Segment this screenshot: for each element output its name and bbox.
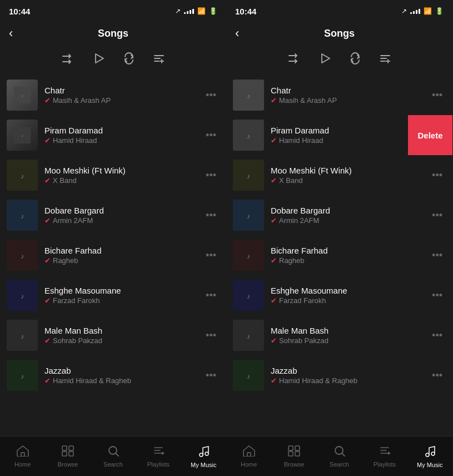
svg-rect-44 — [295, 446, 300, 450]
song-list-right: ♪ Chatr ✔ Masih & Arash AP ••• ♪ Piram D… — [226, 75, 452, 436]
song-item-eshghe-left[interactable]: ♪ Eshghe Masoumane ✔ Farzad Farokh ••• — [0, 275, 226, 315]
song-item-dobare-left[interactable]: ♪ Dobare Bargard ✔ Armin 2AFM ••• — [0, 195, 226, 235]
more-button-dobare-right[interactable]: ••• — [431, 207, 444, 224]
shuffle-button-left[interactable] — [62, 53, 75, 67]
song-info-jazzab-left: Jazzab ✔ Hamid Hiraad & Ragheb — [44, 366, 198, 385]
more-button-dobare-left[interactable]: ••• — [205, 207, 217, 224]
more-button-piram-left[interactable]: ••• — [205, 127, 217, 143]
home-icon-right — [243, 445, 255, 459]
svg-text:♪: ♪ — [247, 172, 250, 180]
add-queue-button-right[interactable] — [379, 52, 391, 67]
song-info-moo-right: Moo Meshki (Ft Wink) ✔ X Band — [271, 166, 424, 185]
nav-browse-label-right: Browse — [284, 461, 305, 468]
song-artist-bichare-right: ✔ Ragheb — [271, 256, 424, 265]
svg-text:♪: ♪ — [21, 93, 23, 98]
song-thumb-moo-left: ♪ — [7, 160, 38, 191]
check-icon: ✔ — [44, 336, 51, 345]
song-item-piram-left[interactable]: ♪ Piram Daramad ✔ Hamid Hiraad ••• — [0, 115, 226, 155]
more-button-jazzab-right[interactable]: ••• — [431, 368, 444, 384]
song-item-dobare-right[interactable]: ♪ Dobare Bargard ✔ Armin 2AFM ••• — [226, 195, 452, 235]
song-item-male-left[interactable]: ♪ Male Man Bash ✔ Sohrab Pakzad ••• — [0, 315, 226, 355]
song-thumb-eshghe-left: ♪ — [7, 280, 38, 311]
nav-browse-label-left: Browse — [58, 461, 78, 468]
nav-browse-left[interactable]: Browse — [45, 437, 90, 476]
song-info-bichare-right: Bichare Farhad ✔ Ragheb — [271, 246, 424, 265]
svg-rect-43 — [288, 446, 293, 450]
nav-mymusic-right[interactable]: My Music — [407, 437, 452, 476]
back-button-right[interactable]: ‹ — [235, 26, 239, 41]
nav-home-right[interactable]: Home — [226, 437, 271, 476]
nav-search-right[interactable]: Search — [317, 437, 362, 476]
browse-icon-right — [288, 445, 300, 459]
more-button-eshghe-right[interactable]: ••• — [431, 287, 444, 304]
more-button-moo-left[interactable]: ••• — [205, 167, 217, 184]
nav-search-left[interactable]: Search — [91, 437, 136, 476]
song-thumb-chatr-right: ♪ — [233, 80, 264, 111]
nav-playlists-right[interactable]: Playlists — [362, 437, 407, 476]
song-item-piram-right[interactable]: ♪ Piram Daramad ✔ Hamid Hiraad Delete — [226, 115, 452, 155]
more-button-chatr-left[interactable]: ••• — [205, 87, 217, 103]
nav-playlists-left[interactable]: Playlists — [136, 437, 181, 476]
nav-mymusic-left[interactable]: My Music — [181, 437, 226, 476]
more-button-bichare-left[interactable]: ••• — [205, 247, 217, 264]
song-info-chatr-left: Chatr ✔ Masih & Arash AP — [44, 86, 198, 105]
repeat-button-left[interactable] — [123, 52, 135, 67]
delete-button[interactable]: Delete — [408, 115, 452, 155]
song-title-male-left: Male Man Bash — [44, 326, 198, 335]
song-artist-chatr-right: ✔ Masih & Arash AP — [271, 96, 424, 105]
browse-icon-left — [62, 445, 74, 459]
song-artist-eshghe-right: ✔ Farzad Farokh — [271, 296, 424, 305]
song-item-bichare-left[interactable]: ♪ Bichare Farhad ✔ Ragheb ••• — [0, 235, 226, 275]
song-title-dobare-left: Dobare Bargard — [44, 206, 198, 215]
song-item-jazzab-right[interactable]: ♪ Jazzab ✔ Hamid Hiraad & Ragheb ••• — [226, 355, 452, 395]
dot4 — [192, 9, 194, 14]
song-item-chatr-right[interactable]: ♪ Chatr ✔ Masih & Arash AP ••• — [226, 75, 452, 115]
song-info-dobare-left: Dobare Bargard ✔ Armin 2AFM — [44, 206, 198, 225]
more-button-male-left[interactable]: ••• — [205, 328, 217, 344]
song-info-eshghe-right: Eshghe Masoumane ✔ Farzad Farokh — [271, 286, 424, 305]
more-button-eshghe-left[interactable]: ••• — [205, 287, 217, 304]
more-button-moo-right[interactable]: ••• — [431, 167, 444, 184]
more-button-chatr-right[interactable]: ••• — [431, 87, 444, 103]
check-icon: ✔ — [44, 216, 51, 225]
svg-rect-42 — [247, 453, 251, 457]
status-icons-left: ↗ 📶 🔋 — [175, 7, 217, 15]
svg-rect-19 — [62, 452, 67, 456]
repeat-button-right[interactable] — [349, 52, 361, 67]
search-icon-left — [108, 445, 119, 459]
play-button-left[interactable] — [93, 52, 105, 67]
song-item-eshghe-right[interactable]: ♪ Eshghe Masoumane ✔ Farzad Farokh ••• — [226, 275, 452, 315]
shuffle-button-right[interactable] — [288, 53, 301, 66]
signal-dots-right — [410, 9, 420, 14]
check-icon: ✔ — [44, 176, 51, 185]
playback-controls-left — [0, 47, 226, 75]
song-title-chatr-right: Chatr — [271, 86, 424, 95]
check-icon: ✔ — [271, 136, 277, 145]
song-item-moo-left[interactable]: ♪ Moo Meshki (Ft Wink) ✔ X Band ••• — [0, 155, 226, 195]
search-icon-right — [334, 445, 345, 459]
song-thumb-jazzab-left: ♪ — [7, 360, 38, 391]
signal-dots-left — [184, 9, 194, 14]
status-icons-right: ↗ 📶 🔋 — [401, 7, 444, 15]
song-item-male-right[interactable]: ♪ Male Man Bash ✔ Sohrab Pakzad ••• — [226, 315, 452, 355]
add-queue-button-left[interactable] — [153, 52, 165, 67]
svg-text:♪: ♪ — [21, 373, 24, 380]
more-button-male-right[interactable]: ••• — [431, 328, 444, 344]
song-item-bichare-right[interactable]: ♪ Bichare Farhad ✔ Ragheb ••• — [226, 235, 452, 275]
song-artist-bichare-left: ✔ Ragheb — [44, 256, 198, 265]
song-thumb-moo-right: ♪ — [233, 160, 264, 191]
song-item-chatr-left[interactable]: ♪ Chatr ✔ Masih & Arash AP ••• — [0, 75, 226, 115]
song-info-moo-left: Moo Meshki (Ft Wink) ✔ X Band — [44, 166, 198, 185]
nav-home-label-left: Home — [14, 461, 31, 468]
more-button-bichare-right[interactable]: ••• — [431, 247, 444, 264]
song-item-jazzab-left[interactable]: ♪ Jazzab ✔ Hamid Hiraad & Ragheb ••• — [0, 355, 226, 395]
song-artist-dobare-right: ✔ Armin 2AFM — [271, 216, 424, 225]
mymusic-icon-left — [197, 445, 210, 460]
nav-home-left[interactable]: Home — [0, 437, 45, 476]
dot3 — [190, 10, 191, 14]
more-button-jazzab-left[interactable]: ••• — [205, 368, 217, 384]
back-button-left[interactable]: ‹ — [9, 26, 13, 41]
nav-browse-right[interactable]: Browse — [271, 437, 316, 476]
song-item-moo-right[interactable]: ♪ Moo Meshki (Ft Wink) ✔ X Band ••• — [226, 155, 452, 195]
play-button-right[interactable] — [319, 52, 331, 67]
